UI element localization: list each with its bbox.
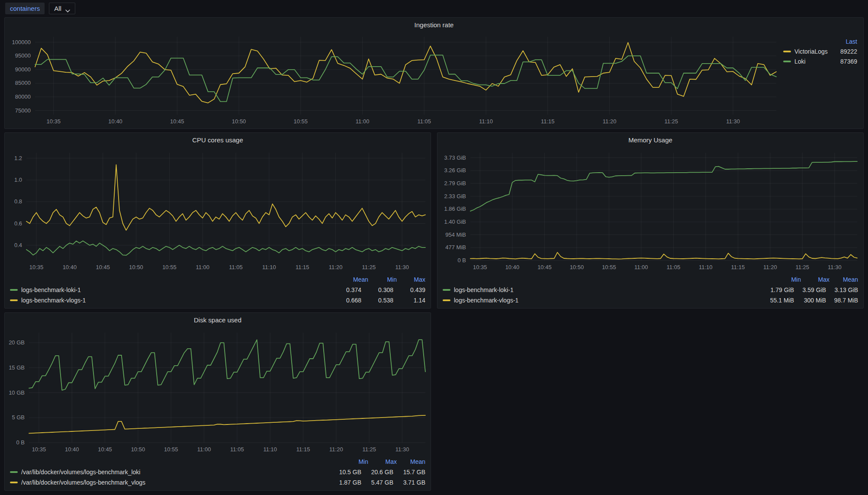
- y-axis-tick-label: 75000: [15, 107, 31, 114]
- legend-column-mean[interactable]: Mean: [340, 276, 368, 283]
- series-swatch-yellow: [783, 51, 791, 52]
- series-swatch-green: [783, 61, 791, 62]
- memory-legend-header: Min Max Mean: [443, 274, 858, 285]
- variable-value: All: [54, 5, 61, 12]
- y-axis-tick-label: 80000: [15, 93, 31, 100]
- x-axis-tick-label: 11:05: [230, 446, 244, 453]
- legend-item-vlogs[interactable]: logs-benchmark-vlogs-1 55.1 MiB 300 MiB …: [443, 295, 858, 305]
- memory-chart-canvas: 0 B477 MiB954 MiB1.40 GiB1.86 GiB2.33 Gi…: [437, 147, 863, 273]
- legend-column-min[interactable]: Min: [340, 458, 368, 465]
- disk-space-used-plot[interactable]: 0 B5 GB10 GB15 GB20 GB10:3510:4010:4510:…: [5, 327, 431, 456]
- x-axis-tick-label: 10:35: [47, 118, 61, 125]
- legend-item-victorialogs[interactable]: VictoriaLogs 89222: [783, 46, 857, 56]
- series-line-logs-benchmark-loki-1[interactable]: [470, 161, 857, 211]
- series-line-victorialogs[interactable]: [35, 42, 776, 103]
- cpu-legend-header: Mean Min Max: [10, 274, 425, 285]
- legend-item-loki[interactable]: logs-benchmark-loki-1 0.374 0.308 0.439: [10, 285, 425, 295]
- x-axis-tick-label: 11:30: [395, 446, 409, 453]
- x-axis-tick-label: 11:00: [356, 118, 370, 125]
- panel-title-ingestion-rate[interactable]: Ingestion rate: [5, 18, 863, 32]
- legend-column-min[interactable]: Min: [772, 276, 801, 283]
- legend-column-mean[interactable]: Mean: [829, 276, 858, 283]
- legend-item-vlogs[interactable]: logs-benchmark-vlogs-1 0.668 0.538 1.14: [10, 295, 425, 305]
- panel-title-disk-space-used[interactable]: Disk space used: [5, 313, 431, 327]
- legend-item-vlogs-volume[interactable]: /var/lib/docker/volumes/logs-benchmark_v…: [10, 477, 425, 488]
- y-axis-tick-label: 0.8: [14, 198, 22, 205]
- ingestion-rate-plot[interactable]: 750008000085000900009500010000010:3510:4…: [5, 32, 783, 128]
- y-axis-tick-label: 1.40 GiB: [444, 219, 466, 225]
- x-axis-tick-label: 10:35: [32, 446, 46, 453]
- y-axis-tick-label: 954 MiB: [445, 231, 466, 238]
- x-axis-tick-label: 10:50: [131, 446, 145, 453]
- variable-label-containers[interactable]: containers: [5, 3, 45, 14]
- series-line--var-lib-docker-volumes-logs-benchmark-vlogs[interactable]: [29, 415, 425, 434]
- cpu-cores-usage-plot[interactable]: 0.40.60.81.01.210:3510:4010:4510:5010:55…: [5, 147, 431, 273]
- memory-usage-plot[interactable]: 0 B477 MiB954 MiB1.40 GiB1.86 GiB2.33 Gi…: [437, 147, 863, 273]
- panel-title-cpu-cores-usage[interactable]: CPU cores usage: [5, 133, 431, 147]
- legend-column-max[interactable]: Max: [368, 458, 397, 465]
- series-line-logs-benchmark-vlogs-1[interactable]: [26, 165, 425, 230]
- y-axis-tick-label: 100000: [12, 39, 31, 45]
- x-axis-tick-label: 11:15: [731, 264, 745, 270]
- panel-memory-usage: Memory Usage 0 B477 MiB954 MiB1.40 GiB1.…: [437, 132, 864, 309]
- y-axis-tick-label: 1.86 GiB: [444, 206, 466, 212]
- y-axis-tick-label: 1.0: [14, 177, 22, 183]
- stat-mean: 0.374: [333, 286, 361, 293]
- stat-mean: 3.71 GB: [397, 479, 425, 486]
- series-line-logs-benchmark-vlogs-1[interactable]: [470, 252, 857, 259]
- panel-cpu-cores-usage: CPU cores usage 0.40.60.81.01.210:3510:4…: [4, 132, 431, 309]
- y-axis-tick-label: 477 MiB: [445, 244, 466, 251]
- panel-title-memory-usage[interactable]: Memory Usage: [437, 133, 863, 147]
- series-line-loki[interactable]: [35, 55, 776, 101]
- x-axis-tick-label: 11:15: [296, 446, 310, 453]
- legend-column-min[interactable]: Min: [368, 276, 397, 283]
- legend-column-mean[interactable]: Mean: [397, 458, 425, 465]
- x-axis-tick-label: 11:30: [828, 264, 842, 270]
- legend-column-last[interactable]: Last: [783, 37, 857, 46]
- legend-column-max[interactable]: Max: [801, 276, 829, 283]
- variable-dropdown-containers[interactable]: All: [49, 3, 75, 14]
- x-axis-tick-label: 10:50: [232, 118, 246, 125]
- stat-min: 0.538: [365, 297, 393, 304]
- series-line-logs-benchmark-loki-1[interactable]: [26, 241, 425, 255]
- stat-min: 55.1 MiB: [765, 297, 794, 304]
- series-name: logs-benchmark-loki-1: [21, 286, 329, 293]
- y-axis-tick-label: 15 GB: [9, 364, 25, 371]
- y-axis-tick-label: 5 GB: [12, 414, 25, 421]
- legend-item-loki-volume[interactable]: /var/lib/docker/volumes/logs-benchmark_l…: [10, 467, 425, 477]
- x-axis-tick-label: 10:40: [65, 446, 79, 453]
- x-axis-tick-label: 10:45: [537, 264, 552, 270]
- x-axis-tick-label: 10:45: [98, 446, 112, 453]
- legend-item-loki[interactable]: Loki 87369: [783, 56, 857, 66]
- y-axis-tick-label: 90000: [15, 66, 31, 73]
- stat-max: 300 MiB: [797, 297, 826, 304]
- stat-mean: 3.13 GiB: [829, 286, 858, 293]
- stat-max: 5.47 GB: [365, 479, 393, 486]
- ingestion-rate-legend: Last VictoriaLogs 89222 Loki 87369: [783, 32, 863, 128]
- y-axis-tick-label: 3.73 GiB: [444, 154, 466, 161]
- legend-column-max[interactable]: Max: [397, 276, 425, 283]
- disk-legend: Min Max Mean /var/lib/docker/volumes/log…: [5, 456, 431, 489]
- y-axis-tick-label: 0.4: [14, 242, 22, 248]
- x-axis-tick-label: 11:30: [726, 118, 740, 125]
- series-line--var-lib-docker-volumes-logs-benchmark-loki[interactable]: [29, 340, 425, 390]
- series-name: /var/lib/docker/volumes/logs-benchmark_v…: [21, 479, 329, 486]
- series-swatch-green: [10, 289, 18, 291]
- series-name: Loki: [794, 58, 837, 65]
- stat-mean: 15.7 GB: [397, 469, 425, 476]
- cpu-chart-canvas: 0.40.60.81.01.210:3510:4010:4510:5010:55…: [5, 147, 431, 273]
- y-axis-tick-label: 0.6: [14, 220, 22, 227]
- series-name: logs-benchmark-vlogs-1: [21, 297, 329, 304]
- y-axis-tick-label: 2.33 GiB: [444, 193, 466, 199]
- x-axis-tick-label: 11:10: [262, 264, 276, 270]
- x-axis-tick-label: 11:00: [634, 264, 648, 270]
- disk-chart-canvas: 0 B5 GB10 GB15 GB20 GB10:3510:4010:4510:…: [5, 327, 431, 456]
- x-axis-tick-label: 10:40: [63, 264, 77, 270]
- y-axis-tick-label: 2.79 GiB: [444, 180, 466, 186]
- series-swatch-yellow: [10, 482, 18, 483]
- x-axis-tick-label: 11:25: [362, 446, 376, 453]
- memory-legend: Min Max Mean logs-benchmark-loki-1 1.79 …: [437, 273, 863, 307]
- legend-item-loki[interactable]: logs-benchmark-loki-1 1.79 GiB 3.59 GiB …: [443, 285, 858, 295]
- series-last-value: 87369: [840, 58, 857, 65]
- x-axis-tick-label: 10:55: [164, 446, 178, 453]
